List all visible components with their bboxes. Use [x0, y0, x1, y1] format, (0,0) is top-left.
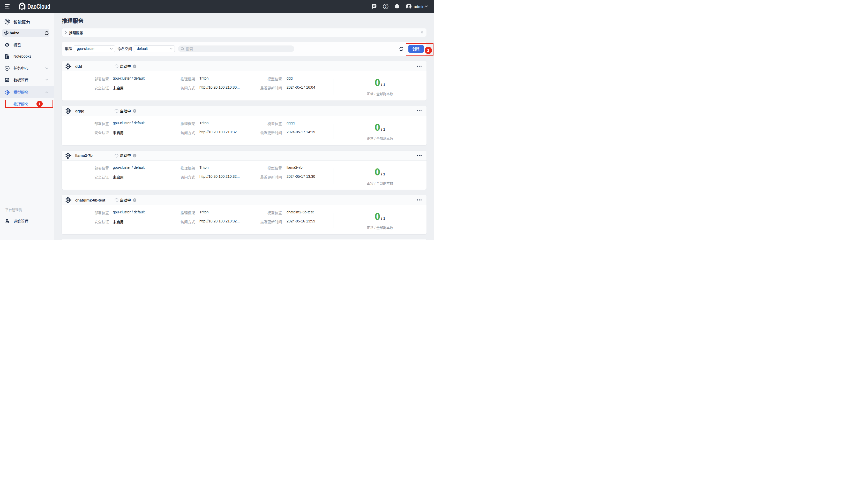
svg-text:?: ?: [384, 5, 387, 8]
svg-text:?: ?: [134, 199, 135, 202]
svg-text:?: ?: [134, 110, 135, 112]
svg-text:?: ?: [134, 154, 135, 157]
svg-text:?: ?: [134, 65, 135, 68]
